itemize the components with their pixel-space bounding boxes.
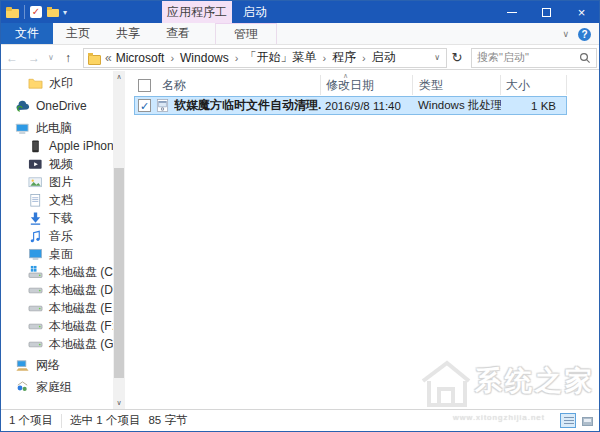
breadcrumb-item-current[interactable]: 启动: [370, 49, 398, 66]
file-type: Windows 批处理...: [413, 98, 501, 113]
selection-count: 选中 1 个项目: [70, 413, 140, 428]
select-all-checkbox[interactable]: [138, 79, 151, 92]
help-icon[interactable]: ?: [578, 28, 591, 41]
pictures-icon: [28, 175, 43, 190]
details-view-button[interactable]: [560, 413, 576, 428]
tab-view[interactable]: 查看: [153, 23, 203, 44]
ribbon-expand-icon[interactable]: ∨: [562, 29, 569, 39]
column-header-name[interactable]: 名称: [134, 75, 321, 95]
maximize-button[interactable]: [529, 1, 564, 23]
sidebar-item-label: 下载: [49, 210, 73, 227]
minimize-icon: [507, 12, 517, 13]
sidebar-item-documents[interactable]: 文档: [1, 191, 113, 209]
navigation-pane: 水印 OneDrive 此电脑 Apple iPhone 7 视频 图片: [1, 71, 113, 409]
details-view-icon: [564, 417, 574, 426]
up-icon[interactable]: ↑: [57, 51, 79, 65]
breadcrumb-item[interactable]: 「开始」菜单: [242, 49, 318, 66]
sidebar-item-disk-g[interactable]: 本地磁盘 (G:): [1, 335, 113, 353]
search-icon[interactable]: [579, 52, 591, 64]
tab-share[interactable]: 共享: [103, 23, 153, 44]
disk-icon: [28, 319, 43, 334]
sidebar-item-videos[interactable]: 视频: [1, 155, 113, 173]
forward-icon[interactable]: →: [23, 51, 45, 65]
sidebar-item-disk-e[interactable]: 本地磁盘 (E:): [1, 299, 113, 317]
breadcrumb-item[interactable]: 程序: [330, 49, 358, 66]
thumbnail-view-button[interactable]: [579, 413, 595, 428]
address-bar[interactable]: « Microsoft › Windows › 「开始」菜单 › 程序 › 启动…: [83, 48, 447, 68]
qat-properties-icon[interactable]: ✓: [30, 6, 42, 18]
main-area: 水印 OneDrive 此电脑 Apple iPhone 7 视频 图片: [1, 71, 599, 409]
sidebar-item-disk-f[interactable]: 本地磁盘 (F:): [1, 317, 113, 335]
sidebar-item-label: 本地磁盘 (C:): [49, 264, 113, 281]
breadcrumb-item[interactable]: Windows: [178, 51, 231, 65]
breadcrumb-separator-icon[interactable]: ›: [318, 52, 330, 64]
sidebar-item-label: 桌面: [49, 246, 73, 263]
sidebar-scrollbar[interactable]: ∧ ∨: [113, 71, 125, 409]
column-header-date[interactable]: 修改日期: [321, 75, 413, 95]
sidebar-item-label: 文档: [49, 192, 73, 209]
qat-customize-dropdown-icon[interactable]: ▾: [63, 8, 67, 17]
breadcrumb-separator-icon[interactable]: ›: [358, 52, 370, 64]
watermark-url: www.xitongzhijia.net: [453, 413, 545, 422]
column-header-type[interactable]: 类型: [413, 75, 501, 95]
sidebar-item-disk-d[interactable]: 本地磁盘 (D:): [1, 281, 113, 299]
music-icon: [28, 229, 43, 244]
tab-home[interactable]: 主页: [53, 23, 103, 44]
sidebar-item-label: 本地磁盘 (D:): [49, 282, 113, 299]
breadcrumb-item[interactable]: Microsoft: [114, 51, 167, 65]
column-header-size[interactable]: 大小: [501, 75, 567, 95]
qat-divider: [24, 5, 25, 19]
sidebar-item-homegroup[interactable]: 家庭组: [1, 378, 113, 396]
breadcrumb-separator-icon[interactable]: ›: [166, 52, 178, 64]
search-placeholder: 搜索"启动": [477, 50, 579, 65]
contextual-tab-group: 应用程序工具: [162, 1, 232, 23]
sidebar-item-shuiyin[interactable]: 水印: [1, 74, 113, 92]
file-list-pane: ∧ 名称 修改日期 类型 大小 ✓: [125, 71, 599, 409]
close-button[interactable]: ×: [564, 1, 599, 23]
back-icon[interactable]: ←: [1, 51, 23, 65]
sidebar-item-network[interactable]: 网络: [1, 356, 113, 374]
status-divider: [61, 414, 62, 428]
tab-file[interactable]: 文件: [1, 23, 53, 44]
sidebar-item-disk-c[interactable]: 本地磁盘 (C:): [1, 263, 113, 281]
breadcrumb-overflow[interactable]: «: [105, 51, 114, 65]
column-header-row: 名称 修改日期 类型 大小: [134, 75, 567, 95]
item-count: 1 个项目: [9, 413, 53, 428]
disk-icon: [28, 301, 43, 316]
sidebar-item-onedrive[interactable]: OneDrive: [1, 97, 113, 115]
window-controls: ×: [494, 1, 599, 23]
tab-manage[interactable]: 管理: [215, 23, 277, 44]
maximize-icon: [542, 8, 551, 17]
row-checkbox[interactable]: ✓: [138, 99, 151, 112]
scroll-up-icon[interactable]: ∧: [113, 71, 125, 83]
breadcrumb-separator-icon[interactable]: ›: [231, 52, 243, 64]
sidebar-item-label: 此电脑: [36, 120, 72, 137]
qat-new-folder-icon[interactable]: [47, 7, 59, 17]
refresh-icon[interactable]: ↻: [447, 50, 467, 65]
computer-icon: [15, 121, 30, 136]
search-input[interactable]: 搜索"启动": [471, 48, 597, 68]
address-toolbar: ← → ∨ ↑ « Microsoft › Windows › 「开始」菜单 ›…: [1, 46, 599, 70]
sidebar-item-label: OneDrive: [36, 99, 87, 113]
explorer-window: ✓ ▾ 应用程序工具 启动 × 文件 主页 共享 查看 管理 ∨ ? ← → ∨…: [0, 0, 600, 432]
file-row-selected[interactable]: ✓ 软媒魔方临时文件自动清理.bat 2016/9/8 11:40 Window…: [134, 96, 567, 115]
column-label: 修改日期: [326, 77, 374, 94]
scrollbar-thumb[interactable]: [114, 168, 124, 378]
sidebar-item-downloads[interactable]: 下载: [1, 209, 113, 227]
disk-icon: [28, 337, 43, 352]
address-dropdown-icon[interactable]: ∨: [430, 53, 444, 62]
sidebar-item-label: Apple iPhone 7: [49, 139, 113, 153]
sidebar-item-pictures[interactable]: 图片: [1, 173, 113, 191]
titlebar: ✓ ▾ 应用程序工具 启动 ×: [1, 1, 599, 23]
desktop-icon: [28, 247, 43, 262]
sidebar-item-music[interactable]: 音乐: [1, 227, 113, 245]
column-label: 大小: [506, 77, 530, 94]
sidebar-item-this-pc[interactable]: 此电脑: [1, 119, 113, 137]
scroll-down-icon[interactable]: ∨: [113, 397, 125, 409]
sidebar-item-label: 网络: [36, 357, 60, 374]
minimize-button[interactable]: [494, 1, 529, 23]
sidebar-item-iphone[interactable]: Apple iPhone 7: [1, 137, 113, 155]
sidebar-item-desktop[interactable]: 桌面: [1, 245, 113, 263]
recent-locations-icon[interactable]: ∨: [45, 53, 57, 62]
sidebar-item-label: 音乐: [49, 228, 73, 245]
